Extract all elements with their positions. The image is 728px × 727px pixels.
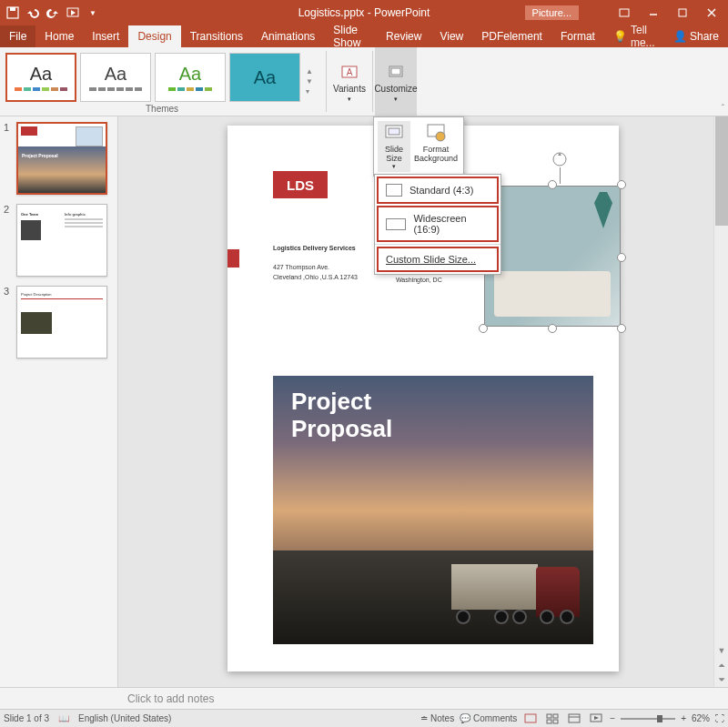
undo-icon[interactable] — [25, 5, 40, 20]
rotate-handle[interactable] — [551, 151, 568, 167]
picture-content — [484, 186, 621, 327]
tab-pdfelement[interactable]: PDFelement — [472, 25, 551, 47]
lightbulb-icon: 💡 — [613, 30, 627, 43]
svg-rect-19 — [553, 714, 558, 718]
resize-handle[interactable] — [617, 180, 626, 189]
close-button[interactable] — [701, 4, 723, 22]
svg-rect-1 — [10, 7, 15, 11]
share-icon: 👤 — [673, 30, 687, 43]
save-icon[interactable] — [5, 5, 20, 20]
tab-transitions[interactable]: Transitions — [181, 25, 252, 47]
fit-to-window-icon[interactable]: ⛶ — [715, 713, 724, 723]
svg-rect-17 — [525, 714, 536, 722]
tell-me-search[interactable]: 💡Tell me... — [604, 25, 664, 47]
svg-rect-3 — [620, 9, 629, 16]
svg-rect-21 — [553, 720, 558, 723]
scrollbar-thumb[interactable] — [715, 116, 728, 226]
hero-image: ProjectProposal — [273, 376, 593, 644]
thumb-number: 3 — [4, 286, 13, 358]
reading-view-icon[interactable] — [566, 712, 582, 725]
lds-logo: LDS — [273, 171, 328, 198]
minimize-button[interactable] — [642, 4, 664, 22]
title-bar: ▼ Logistics.pptx - PowerPoint Picture... — [0, 0, 728, 25]
slide-thumbnail-2[interactable]: One Team Info graphic — [16, 204, 107, 277]
zoom-slider[interactable] — [621, 718, 675, 720]
customize-dropdown: Slide Size ▾ Format Background Standard … — [373, 116, 464, 177]
next-slide-icon[interactable]: ⏷ — [714, 672, 728, 687]
zoom-out-button[interactable]: − — [610, 713, 615, 723]
slide-thumbnail-3[interactable]: Project Description — [16, 286, 107, 358]
vertical-scrollbar[interactable]: ▲ ▼ ⏶ ⏷ — [713, 116, 728, 687]
theme-scroll[interactable]: ▲▼▾ — [306, 47, 324, 116]
slide-size-standard[interactable]: Standard (4:3) — [377, 177, 499, 204]
tab-animations[interactable]: Animations — [252, 25, 324, 47]
notes-toggle[interactable]: ≐ Notes — [420, 713, 454, 723]
main-area: 1 Project Proposal 2 One Team Info graph… — [0, 116, 728, 687]
comments-toggle[interactable]: 💬 Comments — [460, 713, 517, 723]
sorter-view-icon[interactable] — [544, 712, 561, 725]
theme-green[interactable]: Aa — [155, 53, 226, 102]
spellcheck-icon[interactable]: 📖 — [58, 713, 69, 723]
svg-rect-18 — [547, 714, 551, 718]
theme-grayscale[interactable]: Aa — [80, 53, 151, 102]
resize-handle[interactable] — [617, 253, 626, 262]
slide-thumbnails-panel: 1 Project Proposal 2 One Team Info graph… — [0, 116, 118, 687]
slideshow-view-icon[interactable] — [588, 712, 604, 725]
zoom-in-button[interactable]: + — [681, 713, 686, 723]
format-background-icon — [425, 123, 447, 143]
prev-slide-icon[interactable]: ⏶ — [714, 658, 728, 672]
tab-view[interactable]: View — [430, 25, 472, 47]
tab-slideshow[interactable]: Slide Show — [324, 25, 377, 47]
language-status[interactable]: English (United States) — [78, 713, 171, 723]
svg-rect-20 — [547, 720, 551, 723]
slide-thumbnail-1[interactable]: Project Proposal — [16, 122, 107, 195]
tab-design[interactable]: Design — [128, 25, 180, 47]
theme-teal[interactable]: Aa — [229, 53, 300, 102]
tab-home[interactable]: Home — [35, 25, 83, 47]
slide-size-widescreen[interactable]: Widescreen (16:9) — [377, 206, 499, 242]
svg-rect-5 — [679, 9, 686, 16]
picture-tools-label[interactable]: Picture... — [525, 5, 579, 20]
svg-point-16 — [436, 132, 445, 141]
slide-size-button[interactable]: Slide Size ▾ — [378, 121, 410, 172]
variants-button[interactable]: A Variants▾ — [329, 47, 370, 116]
tab-review[interactable]: Review — [377, 25, 430, 47]
scroll-down-icon[interactable]: ▼ — [714, 643, 728, 658]
slide-size-menu: Standard (4:3) Widescreen (16:9) Custom … — [374, 174, 501, 275]
redo-icon[interactable] — [46, 5, 60, 20]
variants-icon: A — [340, 64, 359, 82]
qat-dropdown-icon[interactable]: ▼ — [86, 5, 100, 20]
format-background-button[interactable]: Format Background — [412, 121, 460, 172]
thumb-number: 2 — [4, 204, 13, 277]
svg-rect-14 — [389, 128, 399, 135]
company-info: Logistics Delivery Services 427 Thompson… — [273, 244, 358, 282]
collapse-ribbon-icon[interactable]: ˆ — [722, 104, 724, 114]
red-accent-block — [228, 249, 239, 268]
theme-office[interactable]: Aa — [5, 53, 76, 102]
zoom-level[interactable]: 62% — [692, 713, 710, 723]
restore-button[interactable] — [672, 4, 693, 22]
share-button[interactable]: 👤 Share — [664, 25, 728, 47]
resize-handle[interactable] — [548, 180, 557, 189]
tab-file[interactable]: File — [0, 25, 35, 47]
svg-text:A: A — [347, 67, 353, 77]
resize-handle[interactable] — [548, 324, 557, 333]
normal-view-icon[interactable] — [522, 712, 539, 725]
resize-handle[interactable] — [617, 324, 626, 333]
tab-insert[interactable]: Insert — [83, 25, 128, 47]
tab-format[interactable]: Format — [551, 25, 604, 47]
truck-graphic — [443, 546, 580, 628]
slide-size-custom[interactable]: Custom Slide Size... — [377, 247, 499, 272]
resize-handle[interactable] — [479, 324, 488, 333]
slide-counter[interactable]: Slide 1 of 3 — [4, 713, 49, 723]
menu-bar: File Home Insert Design Transitions Anim… — [0, 25, 728, 47]
notes-pane[interactable]: Click to add notes — [0, 687, 728, 709]
ribbon-options-icon[interactable] — [613, 4, 635, 22]
themes-group-label: Themes — [146, 104, 178, 114]
quick-access-toolbar: ▼ — [0, 5, 100, 20]
thumb-number: 1 — [4, 122, 13, 195]
customize-button[interactable]: Customize▾ — [375, 47, 417, 116]
ribbon-design: Aa Aa Aa Aa ▲▼▾ Themes A Variants▾ Custo… — [0, 47, 728, 116]
status-bar: Slide 1 of 3 📖 English (United States) ≐… — [0, 709, 728, 727]
start-from-beginning-icon[interactable] — [66, 5, 80, 20]
